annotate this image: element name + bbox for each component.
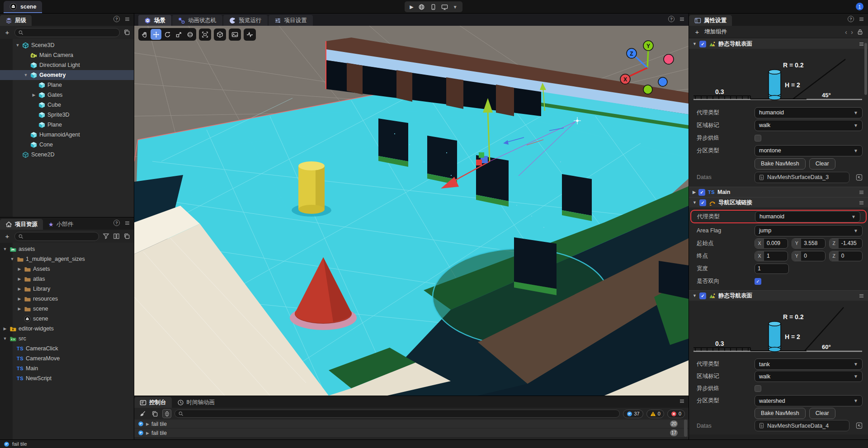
hierarchy-search-input[interactable] xyxy=(14,28,120,37)
clear-console-button[interactable] xyxy=(138,409,147,418)
filter-icon[interactable] xyxy=(103,233,109,240)
bake-navmesh-button[interactable]: Bake NavMesh xyxy=(755,158,806,170)
expand-arrow[interactable]: ▼ xyxy=(24,73,28,77)
tree-item[interactable]: Cube xyxy=(0,100,134,110)
tree-item[interactable]: TSMain xyxy=(0,363,134,373)
help-icon[interactable]: ? xyxy=(848,16,854,22)
expand-arrow[interactable]: ▼ xyxy=(693,42,697,46)
clear-button[interactable]: Clear xyxy=(809,408,835,419)
expand-arrow[interactable]: ▶ xyxy=(17,267,22,271)
expand-arrow[interactable]: ▼ xyxy=(3,336,7,341)
tree-item[interactable]: ▼src xyxy=(0,334,134,344)
expand-arrow[interactable]: ▶ xyxy=(146,431,149,435)
add-component-label[interactable]: 增加组件 xyxy=(704,28,727,36)
add-component-button[interactable]: + xyxy=(693,28,701,36)
console-search-input[interactable] xyxy=(175,410,620,418)
expand-arrow[interactable]: ▶ xyxy=(146,422,149,426)
expand-arrow[interactable]: ▼ xyxy=(10,257,14,261)
start-y-input[interactable]: Y3.558 xyxy=(792,238,825,249)
expand-arrow[interactable]: ▶ xyxy=(17,297,22,301)
help-icon[interactable]: ? xyxy=(113,16,120,22)
end-y-input[interactable]: Y0 xyxy=(792,251,825,261)
add-entity-button[interactable]: + xyxy=(4,28,11,36)
tree-item[interactable]: Plane xyxy=(0,80,134,90)
panel-menu-icon[interactable] xyxy=(124,220,130,226)
mobile-preview-icon[interactable] xyxy=(430,4,437,10)
viewport-canvas[interactable]: Y Z X xyxy=(134,26,689,396)
tab-widgets[interactable]: ★ 小部件 xyxy=(43,219,79,230)
tree-item[interactable]: HumanoidAgent xyxy=(0,130,134,140)
async-bake-checkbox[interactable] xyxy=(755,385,761,392)
tree-item[interactable]: ▶editor-widgets xyxy=(0,324,134,334)
log-row[interactable]: ▶ fail tile 20 xyxy=(134,420,689,429)
tab-project-resources[interactable]: 项目资源 xyxy=(0,219,43,230)
end-x-input[interactable]: X1 xyxy=(755,251,788,261)
tree-item[interactable]: Sprite3D xyxy=(0,110,134,120)
pick-asset-icon[interactable] xyxy=(856,422,863,429)
log-row[interactable]: ▶ fail tile 17 xyxy=(134,429,689,438)
tree-item[interactable]: ▼Scene3D xyxy=(0,40,134,50)
expand-arrow[interactable]: ▶ xyxy=(17,277,22,281)
pick-asset-icon[interactable] xyxy=(856,174,863,181)
tab-property-settings[interactable]: 属性设置 xyxy=(689,15,732,26)
tree-item[interactable]: ▼assets xyxy=(0,244,134,254)
agent-type-dropdown[interactable]: humanoid▼ xyxy=(755,107,863,118)
frame-select-button[interactable] xyxy=(199,28,211,41)
pan-tool-button[interactable] xyxy=(139,29,150,40)
tree-item[interactable]: Plane xyxy=(0,120,134,130)
component-enabled-checkbox[interactable]: ✓ xyxy=(698,189,705,196)
component-header-navmesh-surface-1[interactable]: ▼ ✓ 静态导航表面 xyxy=(689,38,868,49)
tab-hierarchy[interactable]: 层级 xyxy=(0,15,32,26)
component-menu-icon[interactable] xyxy=(859,189,864,195)
shading-mode-button[interactable] xyxy=(214,28,226,41)
link-agent-type-dropdown[interactable]: humanoid▼ xyxy=(755,211,860,222)
move-tool-button[interactable] xyxy=(151,29,161,40)
web-preview-icon[interactable] xyxy=(418,4,425,10)
copy-log-button[interactable] xyxy=(150,409,159,418)
collapse-logs-button[interactable] xyxy=(162,409,171,418)
expand-arrow[interactable]: ▶ xyxy=(17,307,22,311)
scale-tool-button[interactable] xyxy=(173,29,184,40)
rotate-tool-button[interactable] xyxy=(162,29,173,40)
tab-console[interactable]: 控制台 xyxy=(134,397,172,408)
history-forward-icon[interactable]: › xyxy=(851,28,853,35)
component-enabled-checkbox[interactable]: ✓ xyxy=(699,41,706,47)
bidirectional-checkbox[interactable]: ✓ xyxy=(755,278,761,285)
navmesh-data-asset[interactable]: NavMeshSurfaceData_3 xyxy=(755,172,849,183)
panel-menu-icon[interactable] xyxy=(679,398,685,404)
tree-item[interactable]: TSCameraMove xyxy=(0,354,134,363)
tree-item[interactable]: ▶Assets xyxy=(0,264,134,274)
stats-button[interactable] xyxy=(244,28,256,41)
tree-item[interactable]: ▶Library xyxy=(0,284,134,294)
gizmo-axis-neg-y[interactable] xyxy=(643,85,652,94)
tree-item[interactable]: Scene2D xyxy=(0,150,134,160)
expand-arrow[interactable]: ▶ xyxy=(32,93,36,97)
end-z-input[interactable]: Z0 xyxy=(829,251,863,261)
width-input[interactable]: 1 xyxy=(755,264,789,274)
expand-arrow[interactable]: ▶ xyxy=(17,287,22,291)
expand-panels-icon[interactable] xyxy=(123,29,130,36)
help-icon[interactable]: ? xyxy=(668,16,675,22)
partition-type-dropdown[interactable]: watershed▼ xyxy=(755,395,863,406)
expand-arrow[interactable]: ▼ xyxy=(693,293,697,298)
preview-dropdown-caret[interactable]: ▼ xyxy=(453,5,458,9)
notification-badge[interactable]: 1 xyxy=(856,3,863,10)
tree-item[interactable]: ▼1_multiple_agent_sizes xyxy=(0,254,134,264)
component-enabled-checkbox[interactable]: ✓ xyxy=(699,199,706,206)
component-header-main-script[interactable]: ▶ ✓ TS Main xyxy=(689,187,868,197)
expand-arrow[interactable]: ▶ xyxy=(693,190,696,194)
tree-item[interactable]: TSCameraClick xyxy=(0,344,134,354)
expand-arrow[interactable]: ▼ xyxy=(3,247,7,251)
tree-item[interactable]: ▶resources xyxy=(0,294,134,304)
component-header-navmesh-surface-2[interactable]: ▼ ✓ 静态导航表面 xyxy=(689,290,868,301)
lock-inspector-icon[interactable] xyxy=(857,28,863,35)
add-asset-button[interactable]: + xyxy=(4,232,11,240)
tree-item[interactable]: TSNewScript xyxy=(0,373,134,383)
tree-item[interactable]: Directional Light xyxy=(0,60,134,70)
tab-timeline-animation[interactable]: 时间轴动画 xyxy=(172,397,221,408)
tab-preview-run[interactable]: 预览运行 xyxy=(223,15,268,26)
bake-navmesh-button[interactable]: Bake NavMesh xyxy=(755,408,806,419)
inspector-scrollbar[interactable] xyxy=(864,43,867,95)
info-count-badge[interactable]: 37 xyxy=(623,410,643,418)
history-back-icon[interactable]: ‹ xyxy=(845,28,847,35)
